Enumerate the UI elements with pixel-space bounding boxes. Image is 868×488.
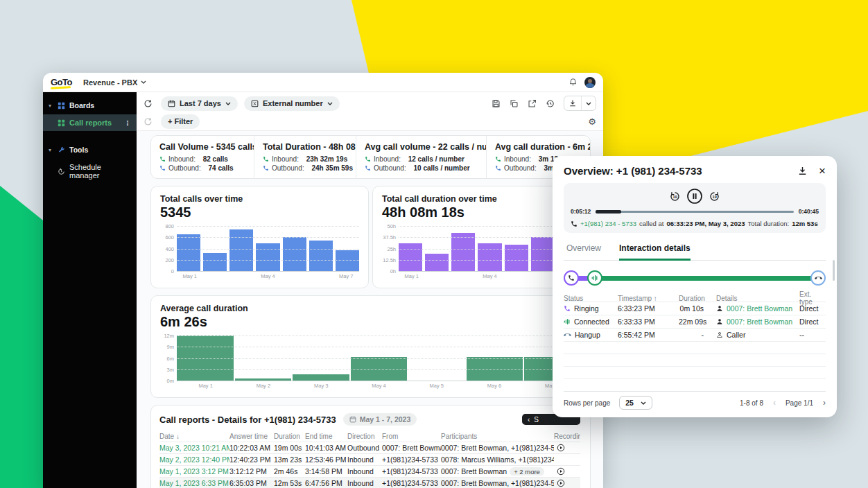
- interaction-row[interactable]: Ringing6:33:23 PM0m 10s0007: Brett Bowma…: [564, 302, 826, 315]
- summary-card-total-duration[interactable]: Total Duration - 48h 08m 18s Inbound: 23…: [254, 136, 356, 178]
- summary-card-call-volume[interactable]: Call Volume - 5345 calls Inbound: 82 cal…: [151, 136, 254, 178]
- hangup-marker[interactable]: [810, 270, 826, 286]
- column-header[interactable]: End time: [305, 433, 347, 440]
- tab-interaction-details[interactable]: Interaction details: [619, 243, 691, 261]
- from: +1(981)234-5733: [382, 467, 441, 476]
- column-header[interactable]: Recordings: [554, 433, 580, 440]
- date-link[interactable]: May 1, 2023 3:12 PM: [159, 467, 229, 476]
- history-icon[interactable]: [546, 99, 555, 108]
- duplicate-icon[interactable]: [510, 99, 519, 108]
- dimension-filter[interactable]: External number: [244, 96, 340, 111]
- column-header[interactable]: Answer time: [229, 433, 274, 440]
- forward-10-icon[interactable]: 10: [709, 191, 720, 202]
- end-time: 6:47:56 PM: [305, 479, 347, 487]
- sidebar-group-tools[interactable]: ▾ Tools: [43, 141, 137, 159]
- add-filter-button[interactable]: + Filter: [161, 114, 200, 129]
- date-link[interactable]: May 3, 2023 10:21 AM: [159, 444, 229, 452]
- answer-time: 3:12:12 PM: [229, 467, 274, 476]
- call-datetime: 06:33:23 PM, May 3, 2023: [666, 220, 745, 227]
- column-header[interactable]: Direction: [347, 433, 382, 440]
- column-header[interactable]: Status: [564, 295, 618, 302]
- table-row[interactable]: May 2, 2023 12:40 PM12:40:23 PM13m 23s12…: [159, 453, 580, 465]
- column-header[interactable]: From: [382, 433, 441, 440]
- interaction-row[interactable]: Hangup6:55:42 PM-Caller--: [564, 328, 826, 341]
- connected-marker[interactable]: [587, 270, 602, 286]
- person-icon: [716, 305, 723, 312]
- x-axis-tick: [503, 273, 529, 279]
- interaction-row[interactable]: Connected6:33:33 PM22m 09s0007: Brett Bo…: [564, 315, 826, 328]
- date-link[interactable]: May 2, 2023 12:40 PM: [159, 455, 229, 464]
- tab-overview[interactable]: Overview: [566, 243, 601, 260]
- more-participants-pill[interactable]: + 2 more: [510, 467, 544, 476]
- y-axis-tick: 400: [165, 245, 174, 252]
- kebab-menu-icon[interactable]: ⋮: [124, 119, 131, 127]
- recording-cell[interactable]: [554, 467, 580, 476]
- refresh-icon[interactable]: [144, 99, 153, 108]
- empty-row: [564, 354, 826, 366]
- recording-cell[interactable]: [554, 479, 580, 487]
- clock-icon: [58, 168, 65, 175]
- y-axis-tick: 50h: [387, 223, 396, 229]
- report-grid-icon: [58, 119, 65, 127]
- user-avatar[interactable]: [584, 77, 596, 88]
- column-header[interactable]: Date ↓: [159, 433, 229, 440]
- date-range-label: Last 7 days: [180, 99, 221, 107]
- from: +1(981)234-5733: [382, 455, 441, 464]
- ringing-marker[interactable]: [564, 270, 579, 286]
- table-row[interactable]: May 3, 2023 10:21 AM10:22:03 AM19m 00s10…: [159, 442, 580, 453]
- bar: [229, 229, 253, 271]
- save-icon[interactable]: [492, 99, 501, 108]
- chart-big-value: 6m 26s: [160, 314, 581, 330]
- summary-title: Call Volume - 5345 calls: [159, 142, 254, 152]
- recording-cell[interactable]: [554, 444, 580, 452]
- column-header[interactable]: Timestamp ↑: [618, 295, 679, 302]
- date-link[interactable]: May 1, 2023 6:33 PM: [159, 479, 229, 487]
- call-duration: 12m 53s: [792, 220, 818, 227]
- scrollbar-thumb[interactable]: [833, 260, 835, 281]
- sidebar-item-call-reports[interactable]: Call reports ⋮: [43, 114, 137, 131]
- date-range-filter[interactable]: Last 7 days: [161, 96, 238, 111]
- pause-icon[interactable]: [686, 188, 703, 204]
- download-split-button[interactable]: [564, 96, 596, 111]
- call-timeline[interactable]: [564, 270, 826, 286]
- column-header[interactable]: Details: [706, 295, 788, 302]
- seek-bar[interactable]: [596, 211, 793, 213]
- empty-row: [564, 341, 826, 354]
- rows-per-page-select[interactable]: 25: [619, 396, 652, 410]
- share-icon[interactable]: [528, 99, 537, 108]
- sidebar-group-boards[interactable]: ▾ Boards: [43, 96, 137, 114]
- column-header[interactable]: Duration: [679, 295, 706, 302]
- next-page-button[interactable]: ›: [823, 398, 826, 408]
- ringing-icon: [564, 305, 571, 312]
- summary-title: Avg call volume - 22 calls / number: [365, 142, 486, 152]
- bell-icon[interactable]: [568, 78, 578, 87]
- table-row[interactable]: May 1, 2023 3:12 PM3:12:12 PM2m 46s3:14:…: [159, 465, 580, 477]
- dashboard-content: Call Volume - 5345 calls Inbound: 82 cal…: [137, 130, 603, 488]
- table-row[interactable]: May 1, 2023 6:33 PM6:35:03 PM12m 53s6:47…: [159, 477, 580, 488]
- dimension-label: External number: [263, 99, 323, 107]
- sidebar: ▾ Boards Call reports ⋮ ▾ Tools S: [43, 92, 137, 488]
- interaction-table: StatusTimestamp ↑DurationDetailsExt. typ…: [564, 290, 826, 391]
- settings-gear-icon[interactable]: ⚙: [588, 117, 596, 126]
- goto-logo[interactable]: GoTo: [51, 78, 72, 87]
- play-recording-icon: [557, 479, 565, 487]
- rewind-10-icon[interactable]: 10: [669, 191, 681, 202]
- play-recording-icon: [557, 467, 565, 476]
- summary-card-avg-call-volume[interactable]: Avg call volume - 22 calls / number Inbo…: [356, 136, 486, 178]
- details-cell[interactable]: 0007: Brett Bowman: [706, 317, 788, 326]
- y-axis-tick: 0m: [167, 378, 174, 384]
- workspace-switcher[interactable]: Revenue - PBX: [83, 78, 146, 87]
- y-axis-tick: 25h: [387, 245, 396, 252]
- column-header[interactable]: Participants: [441, 433, 554, 440]
- column-header[interactable]: Ext. type: [788, 290, 826, 306]
- sidebar-item-schedule-manager[interactable]: Schedule manager: [43, 159, 137, 184]
- column-header[interactable]: Duration: [274, 433, 305, 440]
- download-icon[interactable]: [797, 166, 808, 176]
- inbound-call-icon: [263, 156, 269, 162]
- y-axis-tick: 0: [171, 268, 174, 274]
- caller-number-link[interactable]: +1(981) 234 - 5733: [580, 220, 636, 227]
- details-cell[interactable]: 0007: Brett Bowman: [706, 304, 788, 313]
- phone-icon: [571, 220, 578, 227]
- close-icon[interactable]: ×: [819, 165, 826, 177]
- prev-page-button[interactable]: ‹: [773, 398, 776, 408]
